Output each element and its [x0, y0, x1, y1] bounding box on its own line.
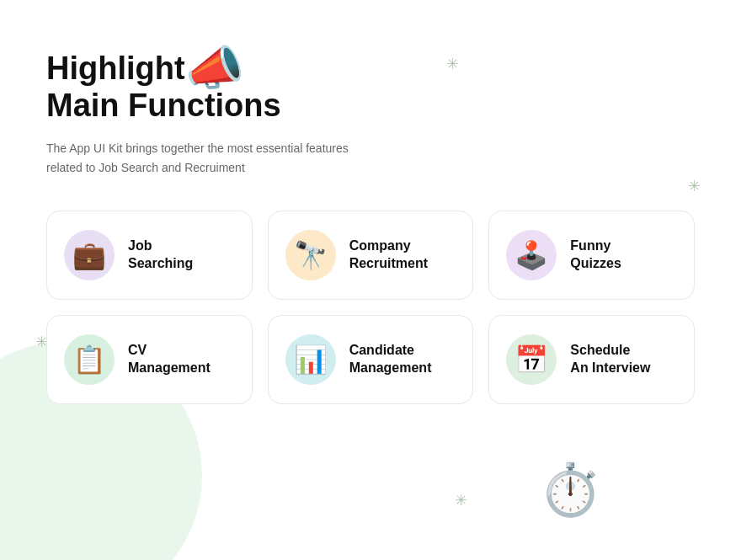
job-searching-label: JobSearching — [128, 237, 193, 273]
funny-quizzes-icon: 🕹️ — [506, 230, 557, 280]
page-title: Highlight Main Functions — [46, 51, 299, 124]
cv-management-label: CVManagement — [128, 342, 211, 377]
page-subtitle: The App UI Kit brings together the most … — [46, 139, 383, 177]
sparkle-decoration-4: ✳ — [455, 491, 467, 509]
header-section: Highlight Main Functions The App UI Kit … — [46, 51, 695, 177]
company-recruitment-label: CompanyRecruitment — [349, 237, 428, 273]
card-schedule-interview[interactable]: 📅ScheduleAn Interview — [488, 315, 695, 404]
company-recruitment-icon: 🔭 — [285, 230, 336, 280]
schedule-interview-label: ScheduleAn Interview — [570, 342, 650, 377]
main-content: Highlight Main Functions The App UI Kit … — [0, 0, 741, 438]
card-company-recruitment[interactable]: 🔭CompanyRecruitment — [268, 211, 474, 300]
card-job-searching[interactable]: 💼JobSearching — [46, 211, 253, 300]
candidate-management-icon: 📊 — [285, 334, 336, 385]
job-searching-icon: 💼 — [64, 230, 115, 280]
schedule-interview-icon: 📅 — [506, 334, 557, 385]
card-candidate-management[interactable]: 📊CandidateManagement — [268, 315, 474, 404]
cv-management-icon: 📋 — [64, 334, 115, 385]
stopwatch-icon: ⏱️ — [539, 460, 602, 520]
card-funny-quizzes[interactable]: 🕹️FunnyQuizzes — [488, 211, 695, 300]
feature-cards-grid: 💼JobSearching🔭CompanyRecruitment🕹️FunnyQ… — [46, 211, 695, 404]
candidate-management-label: CandidateManagement — [349, 342, 432, 377]
card-cv-management[interactable]: 📋CVManagement — [46, 315, 253, 404]
funny-quizzes-label: FunnyQuizzes — [570, 237, 621, 273]
